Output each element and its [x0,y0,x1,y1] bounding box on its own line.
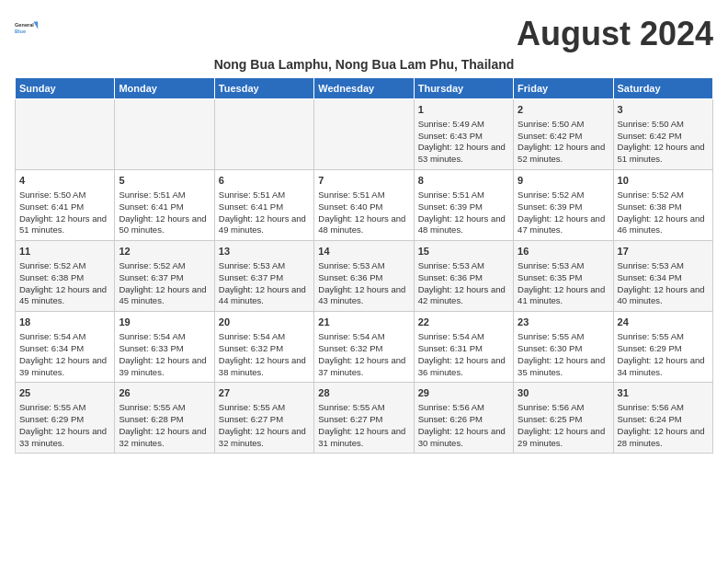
calendar-week-2: 4Sunrise: 5:50 AMSunset: 6:41 PMDaylight… [16,170,713,241]
sunset-text: Sunset: 6:41 PM [219,201,310,213]
calendar-cell: 23Sunrise: 5:55 AMSunset: 6:30 PMDayligh… [514,312,613,383]
sunrise-text: Sunrise: 5:54 AM [119,331,210,343]
day-number: 22 [418,316,509,329]
daylight-text: Daylight: 12 hours and 35 minutes. [518,355,609,379]
sunrise-text: Sunrise: 5:54 AM [318,331,409,343]
sunset-text: Sunset: 6:41 PM [119,201,210,213]
header-tuesday: Tuesday [214,78,313,99]
svg-marker-2 [34,21,39,29]
sunrise-text: Sunrise: 5:54 AM [19,331,110,343]
sunrise-text: Sunrise: 5:51 AM [119,190,210,201]
day-number: 19 [119,316,210,329]
sunrise-text: Sunrise: 5:50 AM [618,119,709,131]
day-number: 24 [618,316,709,329]
daylight-text: Daylight: 12 hours and 45 minutes. [19,284,110,308]
day-number: 26 [119,386,210,400]
header-sunday: Sunday [16,78,115,99]
calendar-cell: 8Sunrise: 5:51 AMSunset: 6:39 PMDaylight… [414,170,513,241]
sunset-text: Sunset: 6:33 PM [119,343,210,355]
sunrise-text: Sunrise: 5:52 AM [119,260,210,272]
sunset-text: Sunset: 6:42 PM [618,131,709,143]
sunset-text: Sunset: 6:37 PM [219,272,310,284]
calendar-cell: 5Sunrise: 5:51 AMSunset: 6:41 PMDaylight… [115,170,214,241]
daylight-text: Daylight: 12 hours and 32 minutes. [119,426,210,450]
sunset-text: Sunset: 6:30 PM [518,343,609,355]
sunrise-text: Sunrise: 5:52 AM [19,260,110,272]
day-number: 8 [418,174,509,188]
calendar-cell [314,99,414,170]
day-number: 14 [318,245,409,259]
sunset-text: Sunset: 6:42 PM [518,131,609,143]
sunset-text: Sunset: 6:27 PM [219,414,310,426]
sunset-text: Sunset: 6:43 PM [418,131,509,143]
daylight-text: Daylight: 12 hours and 36 minutes. [418,355,509,379]
location-subtitle: Nong Bua Lamphu, Nong Bua Lam Phu, Thail… [15,57,713,72]
calendar-cell: 27Sunrise: 5:55 AMSunset: 6:27 PMDayligh… [214,383,313,454]
sunset-text: Sunset: 6:26 PM [418,414,509,426]
sunset-text: Sunset: 6:29 PM [618,343,709,355]
daylight-text: Daylight: 12 hours and 30 minutes. [418,426,509,450]
logo: GeneralBlue [15,15,40,40]
sunrise-text: Sunrise: 5:55 AM [19,402,110,414]
sunrise-text: Sunrise: 5:55 AM [318,402,409,414]
calendar-cell: 19Sunrise: 5:54 AMSunset: 6:33 PMDayligh… [115,312,214,383]
daylight-text: Daylight: 12 hours and 45 minutes. [119,284,210,308]
day-number: 15 [418,245,509,259]
day-number: 12 [119,245,210,259]
daylight-text: Daylight: 12 hours and 42 minutes. [418,284,509,308]
daylight-text: Daylight: 12 hours and 39 minutes. [119,355,210,379]
day-number: 4 [19,174,110,188]
day-number: 28 [318,386,409,400]
calendar-cell: 25Sunrise: 5:55 AMSunset: 6:29 PMDayligh… [16,383,115,454]
calendar-cell: 29Sunrise: 5:56 AMSunset: 6:26 PMDayligh… [414,383,513,454]
sunrise-text: Sunrise: 5:51 AM [318,190,409,201]
sunset-text: Sunset: 6:24 PM [618,414,709,426]
daylight-text: Daylight: 12 hours and 38 minutes. [219,355,310,379]
daylight-text: Daylight: 12 hours and 48 minutes. [418,213,509,237]
sunset-text: Sunset: 6:31 PM [418,343,509,355]
month-year-title: August 2024 [517,15,713,53]
sunset-text: Sunset: 6:34 PM [19,343,110,355]
sunset-text: Sunset: 6:38 PM [618,201,709,213]
day-number: 9 [518,174,609,188]
day-number: 3 [618,103,709,117]
sunset-text: Sunset: 6:29 PM [19,414,110,426]
sunset-text: Sunset: 6:35 PM [518,272,609,284]
sunrise-text: Sunrise: 5:54 AM [418,331,509,343]
sunset-text: Sunset: 6:40 PM [318,201,409,213]
day-number: 11 [19,245,110,259]
sunrise-text: Sunrise: 5:51 AM [418,190,509,201]
header-thursday: Thursday [414,78,513,99]
calendar-cell: 4Sunrise: 5:50 AMSunset: 6:41 PMDaylight… [16,170,115,241]
daylight-text: Daylight: 12 hours and 37 minutes. [318,355,409,379]
sunrise-text: Sunrise: 5:54 AM [219,331,310,343]
daylight-text: Daylight: 12 hours and 44 minutes. [219,284,310,308]
calendar-cell: 16Sunrise: 5:53 AMSunset: 6:35 PMDayligh… [514,241,613,312]
calendar-cell: 1Sunrise: 5:49 AMSunset: 6:43 PMDaylight… [414,99,513,170]
calendar-cell: 12Sunrise: 5:52 AMSunset: 6:37 PMDayligh… [115,241,214,312]
calendar-cell: 18Sunrise: 5:54 AMSunset: 6:34 PMDayligh… [16,312,115,383]
sunrise-text: Sunrise: 5:49 AM [418,119,509,131]
calendar-week-3: 11Sunrise: 5:52 AMSunset: 6:38 PMDayligh… [16,241,713,312]
sunrise-text: Sunrise: 5:50 AM [19,190,110,201]
day-number: 31 [618,386,709,400]
sunset-text: Sunset: 6:34 PM [618,272,709,284]
calendar-cell: 31Sunrise: 5:56 AMSunset: 6:24 PMDayligh… [613,383,712,454]
calendar-cell: 30Sunrise: 5:56 AMSunset: 6:25 PMDayligh… [514,383,613,454]
logo-icon: GeneralBlue [15,15,40,40]
calendar-week-4: 18Sunrise: 5:54 AMSunset: 6:34 PMDayligh… [16,312,713,383]
day-number: 29 [418,386,509,400]
calendar-cell: 15Sunrise: 5:53 AMSunset: 6:36 PMDayligh… [414,241,513,312]
daylight-text: Daylight: 12 hours and 41 minutes. [518,284,609,308]
day-number: 10 [618,174,709,188]
sunset-text: Sunset: 6:25 PM [518,414,609,426]
calendar-cell: 28Sunrise: 5:55 AMSunset: 6:27 PMDayligh… [314,383,414,454]
daylight-text: Daylight: 12 hours and 51 minutes. [618,142,709,166]
sunset-text: Sunset: 6:32 PM [219,343,310,355]
calendar-cell: 10Sunrise: 5:52 AMSunset: 6:38 PMDayligh… [613,170,712,241]
daylight-text: Daylight: 12 hours and 29 minutes. [518,426,609,450]
calendar-cell [16,99,115,170]
sunrise-text: Sunrise: 5:55 AM [119,402,210,414]
header-saturday: Saturday [613,78,712,99]
calendar-cell: 13Sunrise: 5:53 AMSunset: 6:37 PMDayligh… [214,241,313,312]
